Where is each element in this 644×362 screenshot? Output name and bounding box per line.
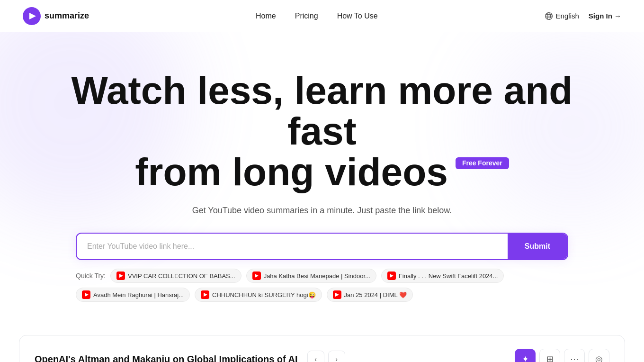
tool-btn-2[interactable]: ⋯: [564, 349, 585, 362]
free-badge: Free Forever: [456, 157, 509, 169]
navbar: summarize Home Pricing How To Use Englis…: [0, 0, 644, 32]
chip-5[interactable]: Jan 25 2024 | DIML ❤️: [327, 288, 413, 302]
nav-home[interactable]: Home: [256, 12, 276, 20]
search-box: Submit: [76, 233, 568, 260]
yt-icon-4: [201, 290, 209, 299]
globe-icon: [545, 12, 553, 20]
logo-link[interactable]: summarize: [23, 7, 89, 25]
yt-icon-1: [252, 272, 261, 280]
chip-label-5: Jan 25 2024 | DIML ❤️: [344, 291, 407, 299]
arrow-right[interactable]: ›: [328, 351, 345, 362]
quick-try-label: Quick Try:: [76, 272, 106, 280]
logo-icon: [23, 7, 41, 25]
chip-2[interactable]: Finally . . . New Swift Facelift 2024...: [381, 269, 504, 283]
hero-title-line1: Watch less, learn more and fast: [72, 69, 573, 153]
bottom-card-title: OpenAI's Altman and Makanju on Global Im…: [35, 354, 298, 362]
hero-section: Watch less, learn more and fast from lon…: [0, 32, 644, 321]
tool-btn-3[interactable]: ◎: [589, 349, 609, 362]
hero-subtitle: Get YouTube video summaries in a minute.…: [19, 206, 625, 216]
yt-icon-3: [82, 290, 90, 299]
chip-label-0: VVIP CAR COLLECTION OF BABAS...: [128, 272, 235, 280]
chip-label-3: Avadh Mein Raghurai | Hansraj...: [93, 291, 184, 299]
chip-label-4: CHHUNCHHUN ki SURGERY hogi😜: [212, 291, 316, 299]
chip-1[interactable]: Jaha Katha Besi Manepade | Sindoor...: [246, 269, 376, 283]
arrow-left[interactable]: ‹: [307, 351, 324, 362]
yt-icon-5: [333, 290, 341, 299]
nav-pricing[interactable]: Pricing: [295, 12, 318, 20]
yt-icon-0: [116, 272, 125, 280]
bottom-header-left: OpenAI's Altman and Makanju on Global Im…: [35, 351, 345, 362]
tool-icons: ✦ ⊞ ⋯ ◎: [515, 349, 609, 362]
bottom-card: OpenAI's Altman and Makanju on Global Im…: [19, 335, 625, 362]
chip-label-2: Finally . . . New Swift Facelift 2024...: [399, 272, 498, 280]
chip-label-1: Jaha Katha Besi Manepade | Sindoor...: [264, 272, 370, 280]
hero-title-line2: from long videos Free Forever: [135, 152, 509, 192]
nav-arrows: ‹ ›: [307, 351, 345, 362]
yt-icon-2: [387, 272, 396, 280]
hero-title-videos: from long videos: [135, 152, 448, 192]
logo-text: summarize: [45, 11, 89, 21]
search-container: Submit Quick Try: VVIP CAR COLLECTION OF…: [76, 233, 568, 302]
chip-0[interactable]: VVIP CAR COLLECTION OF BABAS...: [110, 269, 242, 283]
nav-how-to-use[interactable]: How To Use: [337, 12, 378, 20]
nav-right: English Sign In →: [545, 12, 621, 20]
nav-links: Home Pricing How To Use: [256, 12, 378, 20]
sign-in-button[interactable]: Sign In →: [589, 12, 621, 20]
bottom-card-header: OpenAI's Altman and Makanju on Global Im…: [35, 349, 609, 362]
tool-btn-1[interactable]: ⊞: [539, 349, 560, 362]
chip-3[interactable]: Avadh Mein Raghurai | Hansraj...: [76, 288, 190, 302]
hero-title: Watch less, learn more and fast from lon…: [38, 70, 606, 192]
submit-button[interactable]: Submit: [508, 234, 567, 259]
tool-btn-0[interactable]: ✦: [515, 349, 536, 362]
chip-4[interactable]: CHHUNCHHUN ki SURGERY hogi😜: [195, 288, 322, 302]
quick-try: Quick Try: VVIP CAR COLLECTION OF BABAS.…: [76, 269, 568, 302]
language-selector[interactable]: English: [545, 12, 579, 20]
search-input[interactable]: [77, 234, 508, 259]
language-label: English: [556, 12, 579, 20]
